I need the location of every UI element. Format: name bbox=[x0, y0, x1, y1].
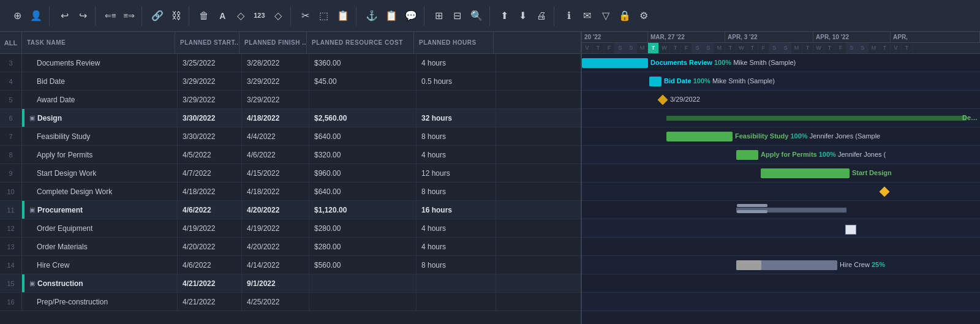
grid-body: 3 Documents Review 3/25/2022 3/28/2022 $… bbox=[0, 54, 581, 324]
link-button[interactable]: 🔗 bbox=[148, 6, 167, 26]
col-all[interactable]: ALL bbox=[0, 32, 22, 53]
row-number: 10 bbox=[0, 183, 22, 200]
day-label: M bbox=[869, 43, 880, 53]
table-row[interactable]: 13 Order Materials 4/20/2022 4/20/2022 $… bbox=[0, 238, 581, 256]
bar-pct: 100% bbox=[714, 59, 731, 66]
planned-start: 3/30/2022 bbox=[178, 127, 242, 145]
planned-finish: 4/20/2022 bbox=[242, 238, 309, 255]
gantt-label-award-date: 3/29/2022 bbox=[670, 96, 700, 103]
number-button[interactable]: 123 bbox=[251, 6, 268, 26]
send-button[interactable]: ✉ bbox=[579, 6, 596, 26]
table-row[interactable]: 14 Hire Crew 4/6/2022 4/14/2022 $560.00 … bbox=[0, 256, 581, 274]
bar-task-name: Documents Review bbox=[650, 59, 714, 66]
planned-hours: 4 hours bbox=[417, 54, 496, 72]
col-header-hours[interactable]: PLANNED HOURS bbox=[414, 32, 494, 53]
table-row[interactable]: 6 ▣ Design 3/30/2022 4/18/2022 $2,560.00… bbox=[0, 109, 581, 127]
row-number: 12 bbox=[0, 219, 22, 237]
font-button[interactable]: A bbox=[214, 6, 231, 26]
task-name: Order Materials bbox=[24, 238, 178, 255]
col-header-cost[interactable]: PLANNED RESOURCE COST bbox=[307, 32, 414, 53]
group-label: Design bbox=[37, 114, 62, 122]
shape-button[interactable]: ◇ bbox=[232, 6, 249, 26]
table-row[interactable]: 8 Apply for Permits 4/5/2022 4/6/2022 $3… bbox=[0, 146, 581, 164]
planned-cost: $45.00 bbox=[309, 72, 417, 90]
table-row[interactable]: 15 ▣ Construction 4/21/2022 9/1/2022 bbox=[0, 274, 581, 293]
paste-button[interactable]: 📋 bbox=[334, 6, 352, 26]
week-label-2: MAR, 27 '22 bbox=[648, 32, 725, 42]
task-name: Apply for Permits bbox=[24, 146, 178, 164]
lock-button[interactable]: 🔒 bbox=[616, 6, 634, 26]
planned-hours: 8 hours bbox=[417, 127, 496, 145]
planned-start: 4/5/2022 bbox=[178, 146, 242, 164]
redo-button[interactable]: ↪ bbox=[74, 6, 91, 26]
gantt-row-7: Feasibility Study 100% Jennifer Jones (S… bbox=[582, 127, 980, 146]
gantt-header: 20 '22 MAR, 27 '22 APR, 3 '22 APR, 10 '2… bbox=[582, 32, 980, 54]
collapse-button[interactable]: ⊟ bbox=[449, 6, 466, 26]
gantt-label-design: De… bbox=[962, 114, 978, 121]
planned-start: 4/21/2022 bbox=[178, 274, 242, 292]
table-row[interactable]: 16 Prep/Pre-construction 4/21/2022 4/25/… bbox=[0, 293, 581, 311]
planned-finish: 4/6/2022 bbox=[242, 146, 309, 164]
table-row[interactable]: 9 Start Design Work 4/7/2022 4/15/2022 $… bbox=[0, 164, 581, 183]
planned-hours bbox=[417, 293, 496, 311]
col-header-finish[interactable]: PLANNED FINISH ... bbox=[239, 32, 307, 53]
day-label: W bbox=[813, 43, 824, 53]
planned-cost: $320.00 bbox=[309, 146, 417, 164]
row-number: 16 bbox=[0, 293, 22, 311]
table-row[interactable]: 12 Order Equipment 4/19/2022 4/19/2022 $… bbox=[0, 219, 581, 238]
planned-start: 4/18/2022 bbox=[178, 183, 242, 200]
indent-button[interactable]: ≡⇒ bbox=[121, 6, 138, 26]
add-resource-button[interactable]: 👤 bbox=[27, 6, 45, 26]
cut-button[interactable]: ✂ bbox=[297, 6, 314, 26]
copy-button[interactable]: ⬚ bbox=[315, 6, 333, 26]
anchor-button[interactable]: ⚓ bbox=[363, 6, 381, 26]
planned-finish: 4/15/2022 bbox=[242, 164, 309, 182]
unlink-button[interactable]: ⛓ bbox=[168, 6, 185, 26]
toolbar: ⊕ 👤 ↩ ↪ ⇐≡ ≡⇒ 🔗 ⛓ 🗑 A ◇ 123 ◇ ✂ ⬚ 📋 ⚓ 📋 … bbox=[0, 0, 980, 32]
zoom-button[interactable]: 🔍 bbox=[467, 6, 486, 26]
print-button[interactable]: 🖨 bbox=[533, 6, 550, 26]
table-row[interactable]: 3 Documents Review 3/25/2022 3/28/2022 $… bbox=[0, 54, 581, 72]
day-label: W bbox=[736, 43, 747, 53]
diamond-button[interactable]: ◇ bbox=[270, 6, 287, 26]
notes-button[interactable]: 📋 bbox=[382, 6, 401, 26]
settings-button[interactable]: ⚙ bbox=[635, 6, 652, 26]
task-name: Feasibility Study bbox=[24, 127, 178, 145]
table-row[interactable]: 10 Complete Design Work 4/18/2022 4/18/2… bbox=[0, 183, 581, 201]
table-row[interactable]: 5 Award Date 3/29/2022 3/29/2022 bbox=[0, 91, 581, 109]
planned-cost: $640.00 bbox=[309, 183, 417, 200]
filter-button[interactable]: ▽ bbox=[597, 6, 614, 26]
planned-cost: $360.00 bbox=[309, 54, 417, 72]
task-name: ▣ Procurement bbox=[24, 201, 178, 219]
export-button[interactable]: ⬇ bbox=[514, 6, 532, 26]
info-button[interactable]: ℹ bbox=[560, 6, 578, 26]
day-label: T bbox=[747, 43, 758, 53]
planned-finish: 3/29/2022 bbox=[242, 72, 309, 90]
col-header-start[interactable]: PLANNED START... bbox=[175, 32, 239, 53]
comment-button[interactable]: 💬 bbox=[402, 6, 420, 26]
planned-start: 3/30/2022 bbox=[178, 109, 242, 127]
planned-start: 3/25/2022 bbox=[178, 54, 242, 72]
import-button[interactable]: ⬆ bbox=[496, 6, 513, 26]
undo-button[interactable]: ↩ bbox=[56, 6, 73, 26]
table-row[interactable]: 11 ▣ Procurement 4/6/2022 4/20/2022 $1,1… bbox=[0, 201, 581, 219]
week-label-5: APR, bbox=[891, 32, 980, 42]
table-row[interactable]: 7 Feasibility Study 3/30/2022 4/4/2022 $… bbox=[0, 127, 581, 146]
planned-finish: 3/28/2022 bbox=[242, 54, 309, 72]
planned-cost: $960.00 bbox=[309, 164, 417, 182]
outdent-button[interactable]: ⇐≡ bbox=[102, 6, 119, 26]
task-name: Award Date bbox=[24, 91, 178, 108]
add-task-button[interactable]: ⊕ bbox=[9, 6, 26, 26]
row-number: 15 bbox=[0, 274, 22, 292]
gantt-milestone-complete-design bbox=[880, 187, 890, 197]
gantt-bar-feasibility bbox=[666, 132, 733, 141]
expand-button[interactable]: ⊞ bbox=[431, 6, 448, 26]
task-name: Prep/Pre-construction bbox=[24, 293, 178, 311]
planned-finish: 9/1/2022 bbox=[242, 274, 309, 292]
task-name: Start Design Work bbox=[24, 164, 178, 182]
table-row[interactable]: 4 Bid Date 3/29/2022 3/29/2022 $45.00 0.… bbox=[0, 72, 581, 91]
delete-button[interactable]: 🗑 bbox=[195, 6, 213, 26]
col-header-task[interactable]: TASK NAME bbox=[22, 32, 175, 53]
toolbar-group-field: ⚓ 📋 💬 bbox=[359, 6, 424, 26]
expand-icon: ▣ bbox=[29, 115, 35, 121]
